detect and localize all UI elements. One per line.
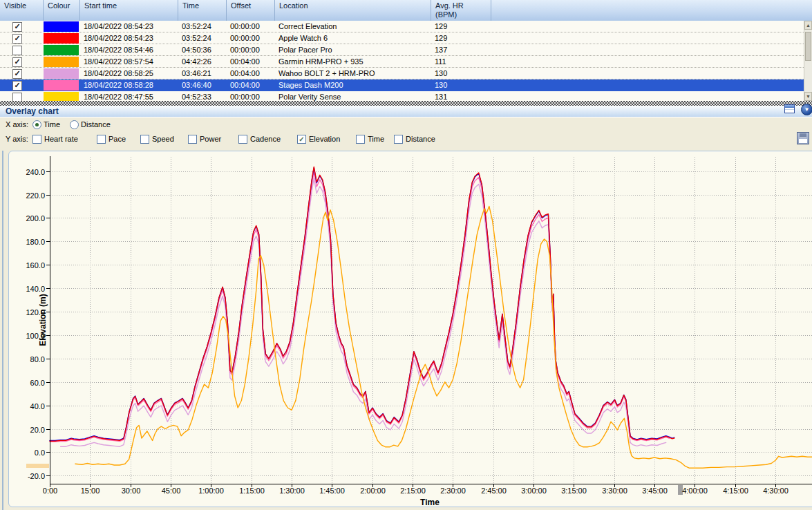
visible-checkbox[interactable] — [12, 46, 22, 55]
table-row[interactable]: ✓18/04/2022 08:54:2303:52:2400:00:00Appl… — [0, 32, 804, 44]
y-axis-checkbox-speed[interactable] — [140, 135, 149, 144]
overlay-chart-titlebar: Overlay chart — [0, 106, 812, 117]
cell-offset: 00:04:00 — [230, 69, 260, 77]
table-row[interactable]: ✓18/04/2022 08:54:2303:52:2400:00:00Corr… — [0, 21, 804, 32]
visible-checkbox[interactable]: ✓ — [12, 81, 22, 91]
x-axis-title: Time — [399, 498, 461, 507]
x-axis-radio-distance[interactable] — [70, 120, 79, 129]
y-axis-checkbox-heart-rate[interactable] — [32, 135, 41, 144]
radio-dot — [35, 123, 39, 126]
panel-edge-line — [2, 151, 3, 510]
horizontal-splitter[interactable] — [0, 101, 812, 106]
y-axis-checkbox-pace-label: Pace — [108, 135, 126, 143]
window-icon-titlebar — [785, 105, 794, 108]
cell-time: 04:52:33 — [182, 93, 211, 101]
cell-time: 03:52:24 — [182, 34, 211, 42]
visible-checkbox[interactable]: ✓ — [12, 34, 22, 44]
colour-swatch — [44, 57, 79, 67]
y-axis-checkbox-distance[interactable] — [394, 135, 403, 144]
y-axis-checkbox-cadence[interactable] — [238, 135, 247, 144]
cell-start-time: 18/04/2022 08:47:55 — [84, 93, 153, 101]
cell-location: Polar Verity Sense — [278, 93, 341, 101]
y-axis-checkbox-distance-label: Distance — [406, 135, 435, 143]
column-header-colour[interactable]: Colour — [43, 0, 79, 21]
session-table: Visible Colour Start time Time Offset Lo… — [0, 0, 812, 102]
column-header-time[interactable]: Time — [178, 0, 226, 21]
cell-location: Stages Dash M200 — [278, 81, 343, 89]
cell-avg-hr: 129 — [435, 22, 447, 30]
y-axis-checkbox-time[interactable] — [356, 135, 365, 144]
cell-start-time: 18/04/2022 08:57:54 — [84, 57, 153, 66]
colour-swatch — [44, 21, 79, 32]
visible-checkbox[interactable] — [12, 93, 22, 101]
x-axis-radio-time-label: Time — [44, 120, 60, 129]
table-row[interactable]: 18/04/2022 08:47:5504:52:3300:00:00Polar… — [0, 91, 804, 101]
column-header-visible[interactable]: Visible — [0, 0, 43, 21]
visible-checkbox[interactable]: ✓ — [12, 57, 22, 67]
table-row[interactable]: ✓18/04/2022 08:57:5404:42:2600:04:00Garm… — [0, 56, 804, 68]
cell-location: Apple Watch 6 — [278, 34, 328, 42]
cell-time: 03:46:40 — [182, 81, 211, 89]
chevron-down-icon: ▼ — [804, 106, 810, 113]
column-header-label: Colour — [48, 1, 70, 10]
y-axis-checkbox-pace[interactable] — [97, 135, 106, 144]
y-axis-checkbox-cadence-label: Cadence — [250, 135, 281, 143]
scrollbar-thumb[interactable] — [805, 32, 811, 61]
cell-offset: 00:00:00 — [230, 46, 260, 54]
cell-time: 04:42:26 — [182, 57, 211, 66]
colour-swatch — [44, 68, 79, 79]
visible-checkbox[interactable]: ✓ — [12, 69, 22, 79]
x-axis-radio-time[interactable] — [32, 120, 41, 129]
scroll-up-arrow-icon[interactable]: ▲ — [804, 21, 812, 30]
cell-start-time: 18/04/2022 08:58:28 — [84, 81, 153, 89]
y-axis-checkbox-elevation[interactable]: ✓ — [297, 135, 306, 144]
cell-time: 04:50:36 — [182, 46, 211, 54]
table-row[interactable]: 18/04/2022 08:54:4604:50:3600:00:00Polar… — [0, 44, 804, 56]
cell-avg-hr: 129 — [435, 34, 447, 42]
column-header-start-time[interactable]: Start time — [79, 0, 178, 21]
colour-swatch — [44, 80, 79, 91]
table-scrollbar[interactable]: ▲ ▼ — [804, 21, 812, 101]
cell-avg-hr: 111 — [435, 57, 446, 66]
cell-offset: 00:00:00 — [230, 34, 260, 42]
column-header-offset[interactable]: Offset — [226, 0, 274, 21]
y-axis-checkbox-elevation-label: Elevation — [309, 135, 340, 143]
table-row[interactable]: ✓18/04/2022 08:58:2803:46:4000:04:00Stag… — [0, 79, 804, 91]
y-axis-label: Y axis: — [6, 135, 28, 143]
y-axis-checkbox-power[interactable] — [188, 135, 197, 144]
column-header-avg-hr[interactable]: Avg. HR (BPM) — [431, 0, 491, 21]
colour-swatch — [44, 45, 79, 55]
colour-swatch — [44, 92, 79, 101]
x-axis-radio-distance-label: Distance — [81, 120, 111, 129]
cell-avg-hr: 130 — [435, 81, 447, 89]
y-axis-title: Elevation (m) — [38, 278, 48, 361]
cell-avg-hr: 131 — [435, 93, 447, 101]
overlay-chart-panel — [8, 151, 812, 507]
table-row[interactable]: ✓18/04/2022 08:58:2503:46:2100:04:00Waho… — [0, 68, 804, 79]
cell-location: Garmin HRM-PRO + 935 — [278, 57, 363, 66]
axis-cursor-marker[interactable] — [678, 485, 683, 495]
cell-offset: 00:00:00 — [230, 22, 260, 30]
colour-swatch — [44, 33, 79, 44]
column-header-location[interactable]: Location — [274, 0, 431, 21]
cell-location: Wahoo BOLT 2 + HRM-PRO — [278, 69, 375, 77]
save-icon-label — [799, 139, 807, 143]
cell-time: 03:46:21 — [182, 69, 211, 77]
collapse-panel-button[interactable]: ▼ — [801, 104, 812, 115]
chart-controls: X axis: Time Distance Y axis: Heart rate… — [0, 117, 812, 151]
column-header-blank — [491, 0, 804, 21]
column-header-label: Time — [182, 1, 199, 10]
visible-checkbox[interactable]: ✓ — [12, 22, 22, 32]
x-axis-label: X axis: — [6, 120, 28, 129]
y-axis-checkbox-time-label: Time — [368, 135, 384, 143]
y-axis-checkbox-heart-rate-label: Heart rate — [44, 135, 78, 143]
column-header-label: Avg. HR (BPM) — [435, 1, 471, 19]
window-layout-icon[interactable] — [784, 104, 795, 113]
column-header-label: Location — [279, 1, 308, 10]
cell-avg-hr: 137 — [435, 46, 447, 54]
cell-start-time: 18/04/2022 08:54:23 — [84, 22, 153, 30]
save-icon[interactable] — [797, 132, 809, 144]
column-header-label: Start time — [84, 1, 117, 10]
cell-offset: 00:04:00 — [230, 81, 260, 89]
scroll-down-arrow-icon[interactable]: ▼ — [804, 92, 812, 101]
